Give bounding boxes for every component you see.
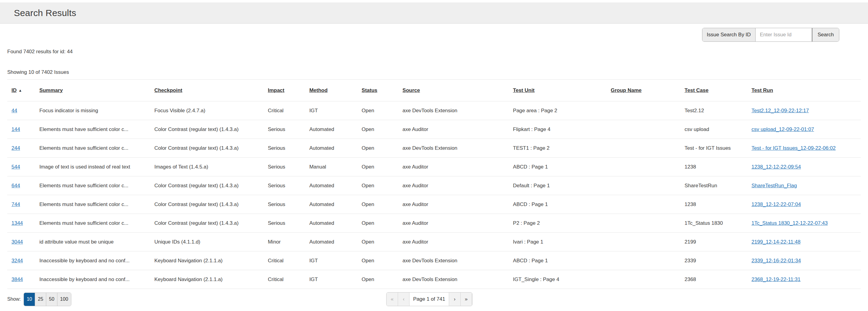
cell-id: 44 [7, 101, 35, 120]
cell-checkpoint: Images of Text (1.4.5.a) [150, 158, 264, 176]
cell-impact: Serious [264, 176, 305, 195]
cell-checkpoint: Unique IDs (4.1.1.d) [150, 233, 264, 251]
cell-impact: Serious [264, 120, 305, 139]
cell-group-name [607, 176, 680, 195]
table-row: 544Image of text is used instead of real… [7, 158, 861, 176]
test-run-link[interactable]: csv upload_12-09-22-01:07 [751, 126, 814, 132]
cell-method: Automated [305, 195, 357, 214]
issue-search-label: Issue Search By ID [702, 28, 756, 41]
cell-test-run: csv upload_12-09-22-01:07 [747, 120, 861, 139]
column-header-id: ID▲ [7, 80, 35, 101]
cell-impact: Serious [264, 214, 305, 233]
page-size-group: 102550100 [24, 292, 71, 306]
page-size-button-50[interactable]: 50 [46, 293, 57, 306]
cell-id: 544 [7, 158, 35, 176]
table-row: 144Elements must have sufficient color c… [7, 120, 861, 139]
column-sort-link[interactable]: Method [309, 87, 327, 93]
cell-summary: Image of text is used instead of real te… [35, 158, 150, 176]
column-header-test-unit: Test Unit [509, 80, 606, 101]
cell-summary: Inaccessible by keyboard and no conf... [35, 270, 150, 289]
issue-id-link[interactable]: 744 [11, 201, 20, 207]
column-sort-link[interactable]: Test Unit [513, 87, 534, 93]
test-run-link[interactable]: 1238_12-12-22-07:04 [751, 201, 801, 207]
cell-test-run: 1238_12-12-22-07:04 [747, 195, 861, 214]
pagination-prev-button[interactable]: ‹ [398, 292, 409, 306]
column-header-source: Source [398, 80, 509, 101]
show-label: Show: [7, 296, 21, 302]
issue-id-link[interactable]: 3844 [11, 277, 23, 282]
cell-group-name [607, 120, 680, 139]
cell-source: axe Auditor [398, 158, 509, 176]
issue-id-link[interactable]: 44 [11, 108, 17, 113]
cell-id: 244 [7, 139, 35, 158]
cell-status: Open [358, 158, 398, 176]
issue-id-input[interactable] [755, 28, 812, 41]
table-row: 644Elements must have sufficient color c… [7, 176, 861, 195]
cell-summary: Inaccessible by keyboard and no conf... [35, 251, 150, 270]
issue-id-link[interactable]: 3044 [11, 239, 23, 245]
cell-method: IGT [305, 251, 357, 270]
column-sort-link[interactable]: Checkpoint [154, 87, 183, 93]
test-run-link[interactable]: 2199_12-14-22-11:48 [751, 239, 800, 245]
column-sort-link[interactable]: Test Run [751, 87, 773, 93]
cell-test-case: 1238 [680, 195, 747, 214]
test-run-link[interactable]: Test2.12_12-09-22-12:17 [751, 108, 809, 113]
issue-id-link[interactable]: 644 [11, 183, 20, 189]
cell-source: axe DevTools Extension [398, 251, 509, 270]
test-run-link[interactable]: 1Tc_Status 1830_12-12-22-07:43 [751, 220, 828, 226]
pagination-next-button[interactable]: › [449, 292, 461, 306]
cell-group-name [607, 139, 680, 158]
cell-test-unit: Page area : Page 2 [509, 101, 606, 120]
cell-status: Open [358, 233, 398, 251]
test-run-link[interactable]: 1238_12-12-22-09:54 [751, 164, 801, 170]
test-run-link[interactable]: ShareTestRun_Flag [751, 183, 797, 189]
page-title: Search Results [14, 8, 76, 18]
page-size-button-10[interactable]: 10 [24, 293, 35, 306]
cell-test-case: 1238 [680, 158, 747, 176]
column-sort-link[interactable]: Status [362, 87, 377, 93]
cell-method: IGT [305, 270, 357, 289]
column-sort-link[interactable]: Test Case [685, 87, 708, 93]
test-run-link[interactable]: 2339_12-16-22-01:34 [751, 258, 801, 263]
cell-method: Automated [305, 214, 357, 233]
bottom-bar: Show: 102550100 « ‹ Page 1 of 741 › » [0, 292, 868, 306]
issue-id-link[interactable]: 544 [11, 164, 20, 170]
cell-test-unit: Default : Page 1 [509, 176, 606, 195]
cell-test-unit: TEST1 : Page 2 [509, 139, 606, 158]
issue-id-link[interactable]: 144 [11, 126, 20, 132]
cell-impact: Serious [264, 195, 305, 214]
column-sort-link[interactable]: ID [11, 87, 17, 93]
issue-id-link[interactable]: 3244 [11, 258, 23, 263]
test-run-link[interactable]: Test - for IGT Issues_12-09-22-06:02 [751, 145, 835, 151]
column-header-impact: Impact [264, 80, 305, 101]
pagination-last-button[interactable]: » [461, 292, 472, 306]
cell-test-run: Test2.12_12-09-22-12:17 [747, 101, 861, 120]
column-sort-link[interactable]: Group Name [611, 87, 642, 93]
cell-summary: Elements must have sufficient color c... [35, 195, 150, 214]
table-row: 744Elements must have sufficient color c… [7, 195, 861, 214]
cell-method: Automated [305, 233, 357, 251]
issue-id-link[interactable]: 244 [11, 145, 20, 151]
search-button[interactable]: Search [812, 28, 839, 41]
page-size-button-100[interactable]: 100 [57, 293, 71, 306]
cell-method: Automated [305, 120, 357, 139]
column-sort-link[interactable]: Source [403, 87, 420, 93]
cell-group-name [607, 251, 680, 270]
cell-source: axe Auditor [398, 195, 509, 214]
column-header-group-name: Group Name [607, 80, 680, 101]
sort-ascending-icon: ▲ [19, 88, 22, 92]
cell-source: axe Auditor [398, 214, 509, 233]
pagination-first-button[interactable]: « [386, 292, 398, 306]
cell-test-unit: Flipkart : Page 4 [509, 120, 606, 139]
cell-impact: Critical [264, 101, 305, 120]
issue-id-link[interactable]: 1344 [11, 220, 23, 226]
column-sort-link[interactable]: Impact [268, 87, 284, 93]
page-size-button-25[interactable]: 25 [35, 293, 46, 306]
column-sort-link[interactable]: Summary [39, 87, 63, 93]
cell-status: Open [358, 270, 398, 289]
test-run-link[interactable]: 2368_12-19-22-11:31 [751, 277, 800, 282]
cell-source: axe DevTools Extension [398, 270, 509, 289]
cell-checkpoint: Focus Visible (2.4.7.a) [150, 101, 264, 120]
cell-test-case: 2368 [680, 270, 747, 289]
cell-test-case: 2339 [680, 251, 747, 270]
